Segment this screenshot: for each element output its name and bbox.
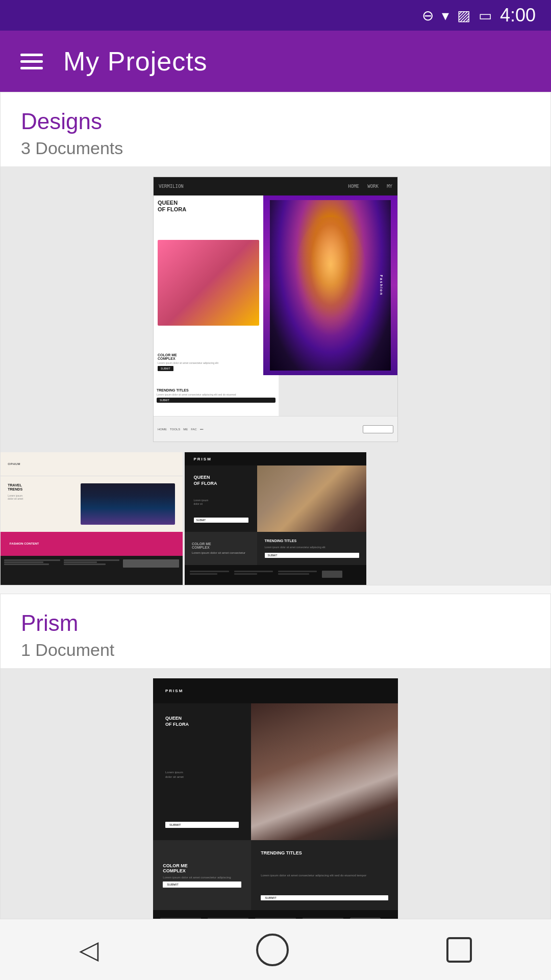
small-bottom-section — [1, 556, 183, 585]
small-header-fashion: OPHUM — [1, 452, 183, 476]
small-bottom-col-3 — [123, 559, 179, 581]
fashion-label: Fashion — [380, 275, 383, 296]
fashion-image: Fashion — [270, 200, 391, 371]
prism-large-hero-image — [251, 703, 398, 841]
small-title: TRAVELTRENDS — [8, 483, 66, 492]
designs-bottom-strip: TRENDING TITLES Lorem ipsum dolor sit am… — [154, 375, 397, 416]
prism-count: 1 Document — [21, 640, 530, 660]
prism-large-title: QUEENOF FLORA — [165, 716, 239, 727]
menu-button[interactable] — [20, 54, 43, 69]
designs-left-image — [158, 240, 259, 326]
designs-left-title: QUEENOF FLORA — [158, 200, 259, 213]
content-area: Designs 3 Documents VERMILION HOME WORK … — [0, 92, 551, 980]
small-bottom-col-1 — [4, 559, 60, 581]
prism-large-hero-left: QUEENOF FLORA Lorem ipsumdolor sit amet … — [153, 703, 251, 841]
designs-bottom-trending: TRENDING TITLES Lorem ipsum dolor sit am… — [154, 375, 279, 416]
small-pink-section: FASHION CONTENT — [1, 532, 183, 556]
designs-main-header: VERMILION HOME WORK MY — [154, 177, 397, 195]
status-bar: ⊖ ▾ ▨ ▭ 4:00 — [0, 0, 551, 31]
status-time: 4:00 — [500, 5, 536, 26]
prism-btn: SUBMIT — [265, 553, 359, 558]
small-thumb-prism-inner: PRISM QUEENOF FLORA Lorem ipsumdolor sit… — [185, 452, 367, 585]
designs-hero-area: QUEENOF FLORA COLOR MECOMPLEX Lorem ipsu… — [154, 195, 397, 375]
designs-main-thumbnail[interactable]: VERMILION HOME WORK MY QUEENOF FLORA COL… — [153, 177, 398, 442]
battery-icon: ▭ — [479, 7, 492, 24]
back-button[interactable]: ◁ — [79, 935, 98, 965]
prism-large-content: COLOR MECOMPLEX Lorem ipsum dolor sit am… — [153, 840, 398, 910]
status-icons: ⊖ ▾ ▨ ▭ 4:00 — [422, 5, 536, 26]
prism-content-text: Lorem ipsum dolor sit amet consectetur — [192, 551, 250, 555]
prism-content-right-text: Lorem ipsum dolor sit amet consectetur a… — [265, 546, 359, 549]
prism-hero-title: QUEENOF FLORA — [194, 475, 248, 486]
home-button[interactable] — [256, 934, 289, 966]
designs-main-thumbnail-area[interactable]: VERMILION HOME WORK MY QUEENOF FLORA COL… — [1, 166, 550, 452]
small-thumbnail-fashion[interactable]: OPHUM TRAVELTRENDS Lorem ipsumdolor sit … — [1, 452, 183, 585]
recent-button[interactable] — [446, 937, 472, 963]
prism-content-right-title: TRENDING TITLES — [265, 539, 359, 543]
prism-large-content-left: COLOR MECOMPLEX Lorem ipsum dolor sit am… — [153, 840, 251, 910]
prism-large-thumbnail[interactable]: PRISM QUEENOF FLORA Lorem ipsumdolor sit… — [153, 678, 398, 954]
designs-header-text: VERMILION — [159, 184, 184, 189]
signal-icon: ⊖ — [422, 7, 434, 24]
sim-icon: ▨ — [457, 7, 470, 24]
app-bar: My Projects — [0, 31, 551, 92]
designs-count: 3 Documents — [21, 138, 530, 158]
prism-footer-col-3 — [278, 571, 317, 580]
project-section-designs: Designs 3 Documents VERMILION HOME WORK … — [0, 92, 551, 585]
page-title: My Projects — [63, 46, 208, 77]
prism-content-right: TRENDING TITLES Lorem ipsum dolor sit am… — [257, 532, 366, 565]
prism-content-left: COLOR MECOMPLEX Lorem ipsum dolor sit am… — [185, 532, 258, 565]
prism-small-footer — [185, 565, 367, 585]
prism-small-hero: QUEENOF FLORA Lorem ipsumdolor sit SUBMI… — [185, 465, 367, 532]
prism-large-header: PRISM — [153, 678, 398, 703]
designs-title[interactable]: Designs — [21, 109, 530, 134]
small-hero-image — [81, 483, 175, 525]
prism-hero-left: QUEENOF FLORA Lorem ipsumdolor sit SUBMI… — [185, 465, 258, 532]
designs-small-thumbnails-row: OPHUM TRAVELTRENDS Lorem ipsumdolor sit … — [1, 452, 550, 585]
prism-title[interactable]: Prism — [21, 610, 530, 636]
small-thumbnail-prism[interactable]: PRISM QUEENOF FLORA Lorem ipsumdolor sit… — [185, 452, 367, 585]
prism-large-content-right: TRENDING TITLES Lorem ipsum dolor sit am… — [251, 840, 398, 910]
small-bottom-col-2 — [64, 559, 120, 581]
nav-bar: ◁ — [0, 919, 551, 980]
small-hero-left: TRAVELTRENDS Lorem ipsumdolor sit amet — [1, 476, 73, 532]
prism-small-header: PRISM — [185, 452, 367, 465]
prism-large-hero: QUEENOF FLORA Lorem ipsumdolor sit amet … — [153, 703, 398, 841]
designs-hero-right: Fashion — [263, 195, 397, 375]
designs-header: Designs 3 Documents — [1, 92, 550, 166]
prism-footer-col-2 — [234, 571, 273, 580]
designs-left-bottom: COLOR MECOMPLEX Lorem ipsum dolor sit am… — [158, 353, 259, 372]
prism-footer-col-4 — [322, 571, 361, 580]
designs-nav-items: HOME WORK MY — [348, 184, 392, 189]
small-thumbnail-empty — [368, 452, 550, 585]
small-thumb-fashion-inner: OPHUM TRAVELTRENDS Lorem ipsumdolor sit … — [1, 452, 183, 585]
prism-header: Prism 1 Document — [1, 594, 550, 668]
designs-hero-left: QUEENOF FLORA COLOR MECOMPLEX Lorem ipsu… — [154, 195, 263, 375]
prism-hero-image — [257, 465, 366, 532]
wifi-icon: ▾ — [442, 7, 449, 24]
designs-footer-bar: HOMETOOLSMEFAC▪▪▪ — [154, 416, 397, 442]
prism-footer-col-1 — [190, 571, 229, 580]
small-hero-yellow: TRAVELTRENDS Lorem ipsumdolor sit amet — [1, 476, 183, 532]
prism-small-content: COLOR MECOMPLEX Lorem ipsum dolor sit am… — [185, 532, 367, 565]
